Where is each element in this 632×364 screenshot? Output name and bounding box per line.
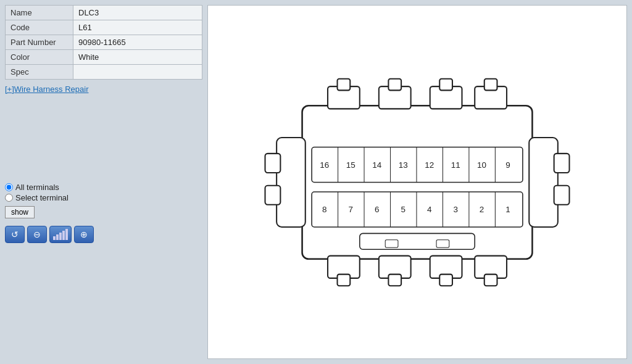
main-container: NameDLC3CodeL61Part Number90980-11665Col… (0, 0, 632, 364)
svg-text:4: 4 (427, 205, 432, 214)
zoom-in-button[interactable]: ⊕ (74, 226, 94, 243)
svg-text:5: 5 (401, 205, 405, 214)
radio-select-label: Select terminal (15, 193, 69, 202)
radio-select-input[interactable] (5, 194, 13, 202)
info-row: CodeL61 (6, 20, 202, 35)
svg-rect-22 (554, 185, 570, 204)
refresh-icon: ↺ (11, 230, 19, 239)
bar-5 (65, 229, 68, 240)
svg-rect-31 (312, 192, 523, 227)
bar-3 (59, 233, 62, 240)
show-button[interactable]: show (5, 206, 35, 218)
signal-bars (49, 226, 72, 243)
svg-rect-2 (338, 78, 351, 90)
svg-text:7: 7 (349, 205, 353, 214)
info-row: Part Number90980-11665 (6, 35, 202, 50)
svg-rect-4 (388, 78, 401, 90)
svg-rect-8 (484, 78, 497, 90)
svg-rect-16 (484, 274, 497, 286)
svg-text:13: 13 (399, 160, 408, 169)
radio-all-terminals[interactable]: All terminals (5, 183, 202, 192)
svg-text:12: 12 (425, 160, 434, 169)
zoom-in-icon: ⊕ (80, 230, 88, 239)
svg-rect-12 (388, 274, 401, 286)
info-table: NameDLC3CodeL61Part Number90980-11665Col… (5, 5, 202, 80)
right-panel: 16 15 14 13 12 11 10 9 8 7 6 5 4 3 2 1 (207, 5, 627, 359)
bar-4 (62, 231, 65, 240)
svg-text:9: 9 (505, 160, 510, 169)
info-label: Spec (6, 65, 73, 80)
svg-rect-57 (436, 239, 449, 247)
svg-text:1: 1 (505, 205, 510, 214)
svg-text:8: 8 (322, 205, 326, 214)
info-label: Code (6, 20, 73, 35)
zoom-out-button[interactable]: ⊖ (27, 226, 47, 243)
left-panel: NameDLC3CodeL61Part Number90980-11665Col… (5, 5, 202, 359)
svg-text:6: 6 (375, 205, 379, 214)
radio-group: All terminals Select terminal (5, 183, 202, 202)
svg-rect-19 (265, 185, 281, 204)
svg-rect-10 (338, 274, 351, 286)
svg-rect-14 (439, 274, 452, 286)
svg-rect-21 (554, 153, 570, 172)
info-label: Color (6, 50, 73, 65)
info-row: ColorWhite (6, 50, 202, 65)
refresh-button[interactable]: ↺ (5, 226, 25, 243)
svg-rect-18 (265, 153, 281, 172)
svg-rect-20 (529, 138, 558, 227)
svg-text:3: 3 (453, 205, 457, 214)
info-label: Name (6, 6, 73, 20)
svg-rect-17 (276, 138, 306, 227)
radio-all-label: All terminals (15, 183, 59, 192)
info-row: NameDLC3 (6, 6, 202, 20)
radio-select-terminal[interactable]: Select terminal (5, 193, 202, 202)
svg-text:10: 10 (477, 160, 486, 169)
svg-rect-6 (439, 78, 452, 90)
controls-section: All terminals Select terminal show ↺ ⊖ (5, 183, 202, 243)
info-label: Part Number (6, 35, 73, 50)
info-value: L61 (73, 20, 202, 35)
zoom-out-icon: ⊖ (33, 230, 41, 239)
bar-2 (56, 234, 59, 240)
svg-text:11: 11 (451, 160, 460, 169)
svg-text:15: 15 (346, 160, 356, 169)
info-row: Spec (6, 65, 202, 80)
toolbar: ↺ ⊖ ⊕ (5, 226, 202, 243)
info-value: White (73, 50, 202, 65)
svg-rect-23 (312, 147, 523, 182)
info-value (73, 65, 202, 80)
wire-harness-link[interactable]: [+]Wire Harness Repair (5, 85, 202, 94)
info-value: DLC3 (73, 6, 202, 20)
connector-diagram: 16 15 14 13 12 11 10 9 8 7 6 5 4 3 2 1 (238, 48, 596, 316)
info-value: 90980-11665 (73, 35, 202, 50)
svg-text:14: 14 (372, 160, 381, 169)
bar-1 (53, 236, 56, 240)
svg-rect-55 (360, 233, 475, 249)
svg-text:16: 16 (320, 160, 329, 169)
svg-text:2: 2 (480, 205, 484, 214)
radio-all-input[interactable] (5, 183, 13, 191)
svg-rect-56 (385, 239, 398, 247)
